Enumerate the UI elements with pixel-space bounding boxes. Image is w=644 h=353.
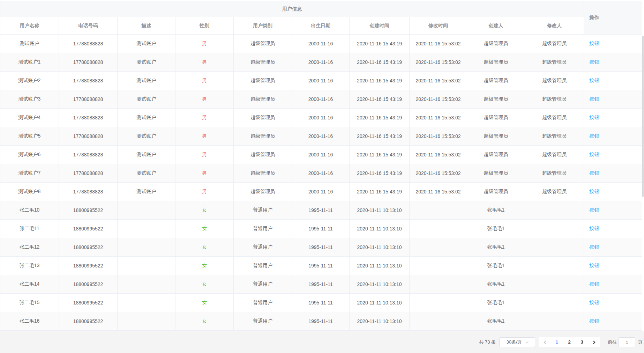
- cell-gender: 女: [175, 220, 234, 238]
- cell-birth: 1995-11-11: [292, 238, 350, 257]
- cell-created: 2020-11-11 10:13:10: [350, 201, 410, 220]
- cell-name: 测试账户3: [0, 90, 59, 109]
- cell-name: 张二毛12: [0, 238, 59, 257]
- cell-gender: 女: [175, 294, 234, 312]
- cell-name: 张二毛16: [0, 312, 59, 331]
- cell-modified: 2020-11-16 15:53:02: [410, 72, 467, 90]
- cell-name: 测试账户6: [0, 146, 59, 164]
- page-number-2[interactable]: 2: [563, 337, 576, 347]
- cell-creator: 超级管理员: [467, 72, 525, 90]
- cell-phone: 17788088828: [59, 35, 118, 53]
- action-button[interactable]: 按钮: [589, 207, 599, 213]
- cell-modifier: [525, 238, 584, 257]
- table-row: 张二毛1418800995522女普通用户1995-11-112020-11-1…: [0, 275, 642, 294]
- cell-creator: 超级管理员: [467, 35, 525, 53]
- cell-name: 张二毛11: [0, 220, 59, 238]
- cell-birth: 2000-11-16: [292, 90, 350, 109]
- action-button[interactable]: 按钮: [589, 189, 599, 194]
- cell-modifier: 超级管理员: [525, 35, 584, 53]
- cell-created: 2020-11-11 10:13:10: [350, 257, 410, 275]
- user-management-page: 用户信息 操作 用户名称电话号码描述性别用户类别出生日期创建时间修改时间创建人修…: [0, 0, 644, 353]
- action-button[interactable]: 按钮: [589, 281, 599, 287]
- action-button[interactable]: 按钮: [589, 170, 599, 176]
- cell-phone: 17788088828: [59, 109, 118, 127]
- cell-phone: 18800995522: [59, 275, 118, 294]
- cell-action: 按钮: [584, 164, 642, 183]
- page-number-1[interactable]: 1: [551, 337, 563, 347]
- column-header-modifier: 修改人: [525, 17, 584, 35]
- action-button[interactable]: 按钮: [589, 300, 599, 305]
- cell-birth: 1995-11-11: [292, 257, 350, 275]
- total-count-label: 共 73 条: [479, 339, 496, 345]
- cell-desc: 测试账户: [118, 183, 175, 201]
- cell-created: 2020-11-16 15:43:19: [350, 72, 410, 90]
- page-number-3[interactable]: 3: [576, 337, 588, 347]
- cell-gender: 男: [175, 72, 234, 90]
- cell-category: 普通用户: [234, 275, 292, 294]
- cell-phone: 17788088828: [59, 183, 118, 201]
- cell-modified: [410, 312, 467, 331]
- cell-birth: 2000-11-16: [292, 72, 350, 90]
- cell-birth: 1995-11-11: [292, 275, 350, 294]
- page-jump-input[interactable]: [619, 337, 635, 347]
- cell-phone: 17788088828: [59, 127, 118, 146]
- action-button[interactable]: 按钮: [589, 115, 599, 120]
- action-button[interactable]: 按钮: [589, 41, 599, 46]
- cell-created: 2020-11-11 10:13:10: [350, 220, 410, 238]
- cell-phone: 18800995522: [59, 201, 118, 220]
- cell-action: 按钮: [584, 35, 642, 53]
- cell-action: 按钮: [584, 53, 642, 72]
- column-header-category: 用户类别: [234, 17, 292, 35]
- cell-category: 超级管理员: [234, 90, 292, 109]
- column-header-birth: 出生日期: [292, 17, 350, 35]
- page-size-select[interactable]: 30条/页: [499, 337, 535, 347]
- cell-name: 测试账户2: [0, 72, 59, 90]
- cell-created: 2020-11-16 15:43:19: [350, 90, 410, 109]
- cell-creator: 超级管理员: [467, 164, 525, 183]
- cell-creator: 张毛毛1: [467, 238, 525, 257]
- action-button[interactable]: 按钮: [589, 244, 599, 250]
- cell-created: 2020-11-16 15:43:19: [350, 109, 410, 127]
- cell-modifier: [525, 257, 584, 275]
- cell-desc: 测试账户: [118, 109, 175, 127]
- cell-modified: 2020-11-16 15:53:02: [410, 127, 467, 146]
- cell-modifier: 超级管理员: [525, 146, 584, 164]
- action-button[interactable]: 按钮: [589, 318, 599, 324]
- column-header-creator: 创建人: [467, 17, 525, 35]
- cell-modified: 2020-11-16 15:53:02: [410, 164, 467, 183]
- next-page-button[interactable]: [588, 337, 599, 347]
- cell-modified: [410, 257, 467, 275]
- cell-modifier: [525, 201, 584, 220]
- cell-category: 普通用户: [234, 201, 292, 220]
- table-row: 测试账户117788088828测试账户男超级管理员2000-11-162020…: [0, 53, 642, 72]
- table-row: 张二毛1618800995522女普通用户1995-11-112020-11-1…: [0, 312, 642, 331]
- table-row: 张二毛1518800995522女普通用户1995-11-112020-11-1…: [0, 294, 642, 312]
- column-header-created: 创建时间: [350, 17, 410, 35]
- cell-modifier: [525, 312, 584, 331]
- action-button[interactable]: 按钮: [589, 78, 599, 83]
- table-row: 张二毛1318800995522女普通用户1995-11-112020-11-1…: [0, 257, 642, 275]
- cell-gender: 女: [175, 257, 234, 275]
- cell-gender: 女: [175, 238, 234, 257]
- cell-birth: 2000-11-16: [292, 35, 350, 53]
- action-button[interactable]: 按钮: [589, 59, 599, 65]
- cell-desc: 测试账户: [118, 127, 175, 146]
- vertical-scrollbar-thumb[interactable]: [642, 36, 644, 197]
- action-button[interactable]: 按钮: [589, 133, 599, 139]
- action-button[interactable]: 按钮: [589, 226, 599, 231]
- cell-modified: [410, 201, 467, 220]
- cell-action: 按钮: [584, 109, 642, 127]
- cell-birth: 2000-11-16: [292, 53, 350, 72]
- cell-modifier: [525, 220, 584, 238]
- prev-page-button[interactable]: [540, 337, 551, 347]
- table-row: 测试账户17788088828测试账户男超级管理员2000-11-162020-…: [0, 35, 642, 53]
- action-button[interactable]: 按钮: [589, 96, 599, 102]
- cell-created: 2020-11-16 15:43:19: [350, 164, 410, 183]
- action-button[interactable]: 按钮: [589, 152, 599, 157]
- cell-action: 按钮: [584, 127, 642, 146]
- cell-created: 2020-11-11 10:13:10: [350, 312, 410, 331]
- cell-category: 超级管理员: [234, 109, 292, 127]
- cell-action: 按钮: [584, 90, 642, 109]
- cell-name: 测试账户1: [0, 53, 59, 72]
- action-button[interactable]: 按钮: [589, 263, 599, 268]
